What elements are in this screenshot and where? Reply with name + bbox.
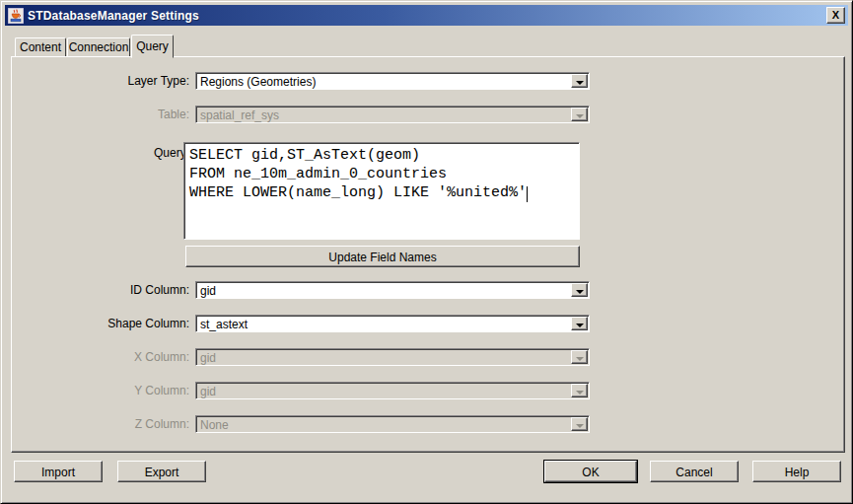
chevron-down-icon bbox=[576, 114, 584, 118]
layer-type-dropdown-button[interactable] bbox=[571, 74, 588, 88]
text-caret bbox=[527, 186, 528, 202]
query-textarea[interactable]: SELECT gid,ST_AsText(geom) FROM ne_10m_a… bbox=[183, 142, 580, 240]
layer-type-label: Layer Type: bbox=[41, 74, 189, 88]
export-button[interactable]: Export bbox=[117, 461, 206, 482]
id-column-combobox[interactable]: gid bbox=[195, 281, 590, 299]
id-column-value: gid bbox=[200, 284, 569, 298]
query-label: Query: bbox=[41, 146, 189, 160]
y-column-label: Y Column: bbox=[41, 384, 189, 397]
settings-dialog: STDatabaseManager Settings X Content Con… bbox=[0, 0, 853, 504]
window-title: STDatabaseManager Settings bbox=[28, 9, 199, 23]
chevron-down-icon bbox=[576, 357, 584, 361]
shape-column-value: st_astext bbox=[200, 318, 569, 331]
query-tab-panel: Layer Type: Regions (Geometries) Table: … bbox=[11, 56, 845, 453]
z-column-value: None bbox=[200, 418, 569, 432]
y-column-dropdown-button bbox=[571, 384, 588, 397]
y-column-value: gid bbox=[200, 385, 569, 398]
shape-column-label: Shape Column: bbox=[41, 317, 189, 330]
chevron-down-icon bbox=[576, 290, 584, 294]
title-bar[interactable]: STDatabaseManager Settings X bbox=[5, 5, 848, 26]
id-column-label: ID Column: bbox=[41, 283, 189, 297]
close-button[interactable]: X bbox=[826, 7, 845, 24]
x-column-label: X Column: bbox=[41, 350, 189, 364]
chevron-down-icon bbox=[576, 391, 584, 395]
query-text: SELECT gid,ST_AsText(geom) FROM ne_10m_a… bbox=[184, 143, 579, 205]
tab-query[interactable]: Query bbox=[131, 35, 174, 58]
x-column-combobox: gid bbox=[195, 348, 590, 366]
layer-type-value: Regions (Geometries) bbox=[200, 75, 569, 89]
tab-connection[interactable]: Connection bbox=[67, 37, 130, 57]
layer-type-combobox[interactable]: Regions (Geometries) bbox=[195, 72, 590, 90]
cancel-button[interactable]: Cancel bbox=[650, 461, 739, 482]
chevron-down-icon bbox=[576, 424, 584, 428]
shape-column-dropdown-button[interactable] bbox=[571, 317, 588, 330]
help-button[interactable]: Help bbox=[752, 461, 841, 482]
import-button[interactable]: Import bbox=[14, 461, 103, 482]
chevron-down-icon bbox=[576, 324, 584, 327]
ok-button[interactable]: OK bbox=[544, 461, 637, 482]
shape-column-combobox[interactable]: st_astext bbox=[195, 315, 590, 332]
tab-content[interactable]: Content bbox=[15, 37, 66, 57]
z-column-combobox: None bbox=[195, 415, 590, 433]
x-column-dropdown-button bbox=[571, 350, 588, 364]
z-column-dropdown-button bbox=[571, 417, 588, 431]
update-field-names-button[interactable]: Update Field Names bbox=[185, 246, 580, 267]
y-column-combobox: gid bbox=[195, 382, 590, 399]
java-coffee-icon bbox=[8, 8, 24, 24]
table-dropdown-button bbox=[571, 108, 588, 121]
id-column-dropdown-button[interactable] bbox=[571, 283, 588, 297]
chevron-down-icon bbox=[576, 81, 584, 85]
z-column-label: Z Column: bbox=[41, 417, 189, 431]
x-column-value: gid bbox=[200, 351, 569, 365]
table-combobox: spatial_ref_sys bbox=[195, 106, 590, 123]
table-value: spatial_ref_sys bbox=[200, 108, 569, 122]
table-label: Table: bbox=[41, 108, 189, 121]
